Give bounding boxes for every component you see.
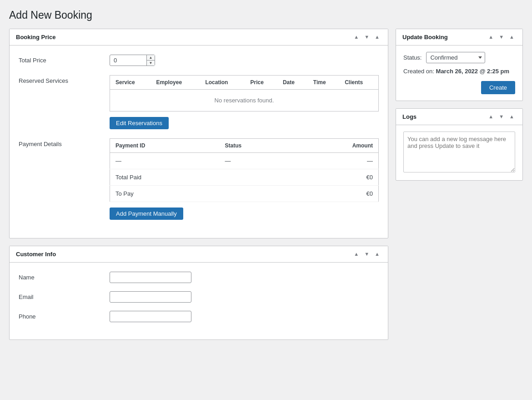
name-input[interactable]: [110, 272, 191, 283]
logs-title: Logs: [402, 113, 487, 120]
update-panel-controls: ▲ ▼ ▲: [487, 34, 516, 41]
create-btn-row: Create: [403, 81, 515, 94]
customer-panel-controls: ▲ ▼ ▲: [352, 251, 381, 258]
customer-info-body: Name Email Phone: [10, 263, 388, 339]
update-panel-collapse-btn[interactable]: ▲: [507, 34, 516, 41]
payment-data-row: — — —: [110, 153, 379, 169]
logs-panel-collapse-btn[interactable]: ▲: [507, 113, 516, 120]
logs-panel-controls: ▲ ▼ ▲: [487, 113, 516, 120]
update-booking-header: Update Booking ▲ ▼ ▲: [396, 29, 522, 46]
add-payment-btn[interactable]: Add Payment Manually: [110, 208, 183, 220]
col-service: Service: [110, 76, 151, 90]
customer-info-title: Customer Info: [16, 251, 352, 258]
spin-buttons: ▲ ▼: [146, 55, 155, 66]
status-label: Status:: [403, 54, 422, 61]
total-price-field: ▲ ▼: [110, 55, 379, 66]
total-paid-label: Total Paid: [110, 169, 294, 186]
reserved-services-label: Reserved Services: [19, 75, 110, 84]
page-title: Add New Booking: [9, 9, 523, 21]
customer-info-header: Customer Info ▲ ▼ ▲: [10, 246, 388, 263]
col-location: Location: [200, 76, 245, 90]
name-row: Name: [19, 272, 379, 283]
created-on-date: March 26, 2022 @ 2:25 pm: [436, 68, 510, 75]
to-pay-value: €0: [293, 186, 378, 202]
payment-status-cell: —: [219, 153, 293, 169]
phone-input[interactable]: [110, 311, 191, 322]
no-reservations-row: No reservations found.: [110, 90, 379, 111]
payment-col-status: Status: [219, 139, 293, 153]
no-reservations-text: No reservations found.: [110, 90, 379, 111]
email-input[interactable]: [110, 291, 191, 303]
payment-amount-cell: —: [293, 153, 378, 169]
email-row: Email: [19, 291, 379, 303]
logs-textarea[interactable]: [403, 132, 515, 172]
payment-col-id: Payment ID: [110, 139, 220, 153]
customer-panel-collapse-btn[interactable]: ▲: [373, 251, 381, 258]
to-pay-row: To Pay €0: [110, 186, 379, 202]
name-label: Name: [19, 274, 110, 281]
payment-details-label: Payment Details: [19, 138, 110, 147]
logs-header: Logs ▲ ▼ ▲: [396, 109, 522, 125]
created-on-label: Created on:: [403, 68, 434, 75]
phone-row: Phone: [19, 311, 379, 322]
update-panel-down-btn[interactable]: ▼: [497, 34, 506, 41]
total-paid-row: Total Paid €0: [110, 169, 379, 186]
panel-down-btn[interactable]: ▼: [362, 34, 371, 41]
update-booking-body: Status: Confirmed Pending Cancelled Comp…: [396, 46, 522, 101]
spin-down-btn[interactable]: ▼: [147, 61, 155, 66]
booking-price-header: Booking Price ▲ ▼ ▲: [10, 29, 388, 46]
status-row: Status: Confirmed Pending Cancelled Comp…: [403, 52, 515, 63]
logs-body: [396, 125, 522, 180]
update-booking-panel: Update Booking ▲ ▼ ▲ Status: Confirmed P…: [396, 29, 523, 101]
logs-panel-up-btn[interactable]: ▲: [487, 113, 495, 120]
number-input-wrapper: ▲ ▼: [110, 55, 155, 66]
logs-panel-down-btn[interactable]: ▼: [497, 113, 506, 120]
panel-collapse-btn[interactable]: ▲: [373, 34, 381, 41]
payment-details-row: Payment Details Payment ID Status Amount: [19, 138, 379, 220]
phone-label: Phone: [19, 313, 110, 320]
booking-price-panel: Booking Price ▲ ▼ ▲ Total Price ▲: [9, 29, 388, 238]
create-btn[interactable]: Create: [481, 81, 515, 94]
col-price: Price: [245, 76, 277, 90]
logs-panel: Logs ▲ ▼ ▲: [396, 108, 523, 181]
panel-controls: ▲ ▼ ▲: [352, 34, 381, 41]
col-clients: Clients: [339, 76, 378, 90]
created-on: Created on: March 26, 2022 @ 2:25 pm: [403, 68, 515, 75]
booking-price-body: Total Price ▲ ▼ Reserved Services: [10, 46, 388, 238]
panel-up-btn[interactable]: ▲: [352, 34, 361, 41]
status-select[interactable]: Confirmed Pending Cancelled Completed: [426, 52, 485, 63]
col-employee: Employee: [151, 76, 200, 90]
edit-reservations-btn[interactable]: Edit Reservations: [110, 117, 169, 129]
customer-panel-up-btn[interactable]: ▲: [352, 251, 361, 258]
total-price-row: Total Price ▲ ▼: [19, 55, 379, 66]
update-booking-title: Update Booking: [402, 34, 487, 41]
update-panel-up-btn[interactable]: ▲: [487, 34, 495, 41]
payment-table: Payment ID Status Amount — — —: [110, 138, 379, 202]
col-date: Date: [277, 76, 308, 90]
reserved-services-row: Reserved Services Service Employee Locat…: [19, 75, 379, 129]
col-time: Time: [308, 76, 339, 90]
payment-col-amount: Amount: [293, 139, 378, 153]
email-label: Email: [19, 294, 110, 300]
customer-info-panel: Customer Info ▲ ▼ ▲ Name Email Phone: [9, 246, 388, 340]
total-paid-value: €0: [293, 169, 378, 186]
to-pay-label: To Pay: [110, 186, 294, 202]
spin-up-btn[interactable]: ▲: [147, 55, 155, 61]
payment-details-value: Payment ID Status Amount — — —: [110, 138, 379, 220]
side-column: Update Booking ▲ ▼ ▲ Status: Confirmed P…: [396, 29, 523, 181]
payment-id-cell: —: [110, 153, 220, 169]
reservations-table: Service Employee Location Price Date Tim…: [110, 75, 379, 111]
reserved-services-value: Service Employee Location Price Date Tim…: [110, 75, 379, 129]
customer-panel-down-btn[interactable]: ▼: [362, 251, 371, 258]
booking-price-title: Booking Price: [16, 34, 352, 41]
total-price-label: Total Price: [19, 55, 110, 64]
